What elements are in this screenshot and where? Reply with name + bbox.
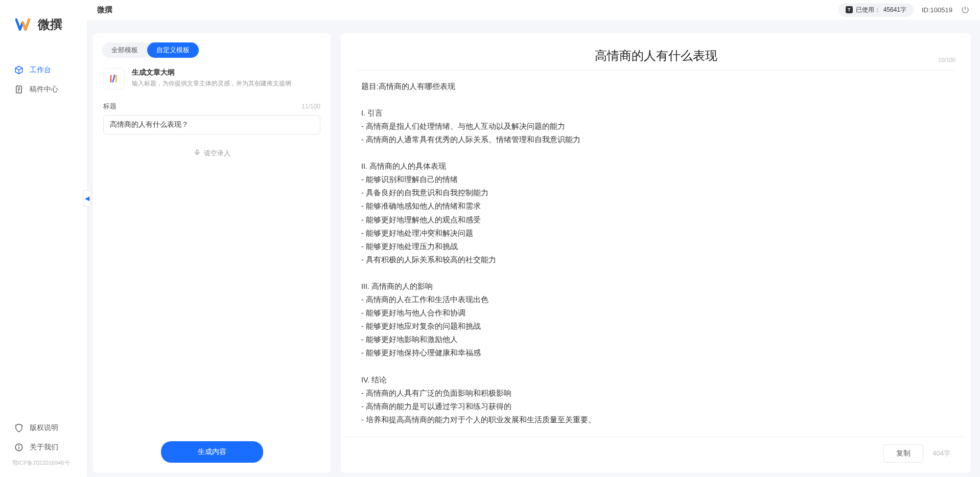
copy-button[interactable]: 复制 — [883, 444, 923, 463]
title-input[interactable] — [103, 115, 320, 134]
icp-text: 鄂ICP备2022016946号 — [0, 457, 87, 469]
generate-button[interactable]: 生成内容 — [161, 441, 263, 463]
tab-custom-templates[interactable]: 自定义模板 — [147, 42, 199, 58]
mic-icon — [194, 149, 201, 157]
template-desc: 输入标题，为你提供文章主体的灵感，并为其创建推文提纲 — [132, 79, 291, 88]
output-title: 高情商的人有什么表现 — [361, 48, 950, 64]
sidebar-item-label: 版权说明 — [30, 423, 58, 433]
logo-mark-icon — [15, 17, 34, 32]
output-header: 高情商的人有什么表现 10/100 — [341, 33, 971, 70]
page-title: 微撰 — [97, 5, 112, 15]
shield-icon — [14, 423, 24, 433]
title-form: 标题 11/100 — [93, 100, 331, 137]
output-footer: 复制 404字 — [346, 437, 966, 473]
voice-hint: 请空录入 — [204, 149, 230, 158]
chevron-left-icon: ◀ — [85, 195, 89, 202]
title-char-count: 11/100 — [301, 103, 320, 110]
sidebar-item-label: 关于我们 — [30, 443, 58, 452]
main: 微撰 T 已使用： 45641字 ID:100519 全部模板 自定义模板 — [87, 0, 980, 477]
output-word-count: 404字 — [932, 449, 950, 458]
input-panel: 全部模板 自定义模板 生成文章大纲 输入标题， — [93, 33, 331, 473]
info-icon — [14, 443, 24, 452]
cube-icon — [14, 65, 24, 75]
usage-pill[interactable]: T 已使用： 45641字 — [838, 3, 914, 17]
sidebar-bottom: 版权说明 关于我们 鄂ICP备2022016946号 — [0, 418, 87, 477]
topbar: 微撰 T 已使用： 45641字 ID:100519 — [87, 0, 980, 20]
logo: 微撰 — [0, 0, 87, 45]
svg-point-6 — [19, 445, 19, 446]
sidebar-collapse-handle[interactable]: ◀ — [83, 190, 91, 207]
output-body[interactable]: 题目:高情商的人有哪些表现 I. 引言 - 高情商是指人们处理情绪、与他人互动以… — [341, 71, 971, 437]
nav-item-drafts[interactable]: 稿件中心 — [0, 80, 87, 99]
voice-input-row[interactable]: 请空录入 — [93, 137, 331, 170]
logo-text: 微撰 — [38, 16, 62, 33]
usage-value: 45641字 — [883, 6, 906, 14]
tab-all-templates[interactable]: 全部模板 — [102, 42, 147, 58]
nav-item-workbench[interactable]: 工作台 — [0, 60, 87, 80]
title-label: 标题 — [103, 102, 116, 111]
template-tabs: 全部模板 自定义模板 — [93, 33, 331, 62]
sidebar: 微撰 工作台 稿件中心 — [0, 0, 87, 477]
sidebar-item-copyright[interactable]: 版权说明 — [0, 418, 87, 438]
output-title-count: 10/100 — [938, 57, 955, 63]
nav-label: 工作台 — [30, 65, 51, 75]
content-area: 全部模板 自定义模板 生成文章大纲 输入标题， — [87, 20, 980, 477]
usage-label: 已使用： — [856, 6, 880, 14]
nav-label: 稿件中心 — [30, 85, 58, 94]
template-icon — [103, 68, 125, 89]
user-id: ID:100519 — [922, 6, 952, 14]
power-icon[interactable] — [961, 5, 970, 14]
doc-icon — [14, 85, 24, 94]
nav: 工作台 稿件中心 — [0, 45, 87, 99]
sidebar-item-about[interactable]: 关于我们 — [0, 438, 87, 457]
output-panel: 高情商的人有什么表现 10/100 题目:高情商的人有哪些表现 I. 引言 - … — [341, 33, 971, 473]
svg-rect-7 — [196, 150, 198, 153]
text-badge-icon: T — [846, 6, 853, 13]
template-name: 生成文章大纲 — [132, 68, 291, 77]
template-card: 生成文章大纲 输入标题，为你提供文章主体的灵感，并为其创建推文提纲 — [93, 62, 331, 100]
